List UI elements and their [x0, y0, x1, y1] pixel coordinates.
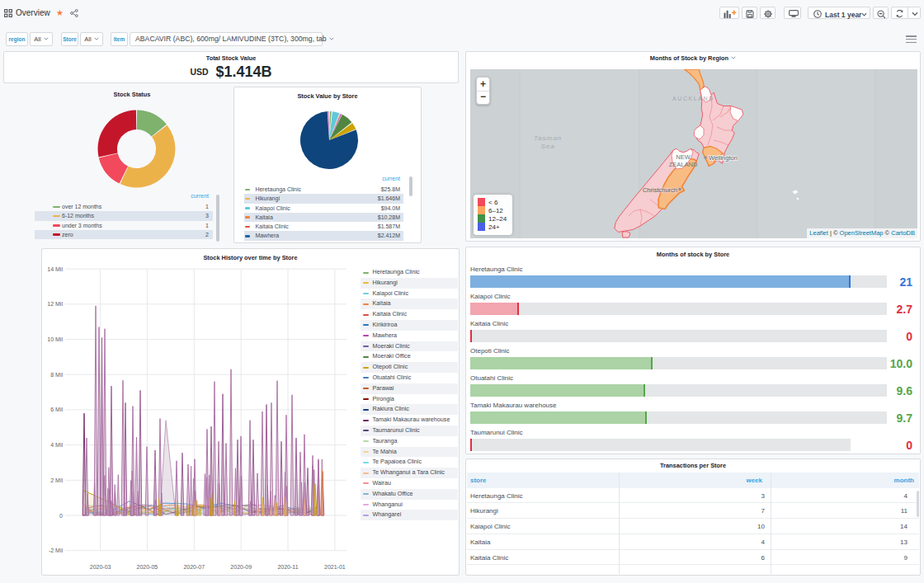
svg-text:2020-07: 2020-07: [183, 564, 205, 570]
svg-text:8 Mil: 8 Mil: [50, 372, 63, 378]
svg-text:Tasman: Tasman: [534, 134, 562, 142]
svg-text:2020-03: 2020-03: [90, 564, 111, 570]
svg-text:Sea: Sea: [540, 143, 554, 150]
svg-text:2020-09: 2020-09: [230, 564, 252, 570]
svg-text:0: 0: [59, 513, 63, 519]
svg-text:14 Mil: 14 Mil: [47, 266, 63, 272]
svg-text:2021-01: 2021-01: [324, 564, 346, 570]
svg-text:Wellington: Wellington: [709, 154, 738, 162]
svg-text:-2 Mil: -2 Mil: [49, 548, 64, 553]
svg-text:4 Mil: 4 Mil: [50, 442, 63, 448]
svg-text:2020-05: 2020-05: [137, 564, 158, 570]
svg-text:10 Mil: 10 Mil: [47, 336, 63, 342]
svg-text:2 Mil: 2 Mil: [50, 477, 63, 483]
svg-text:12 Mil: 12 Mil: [47, 301, 63, 307]
svg-text:ZEALAND: ZEALAND: [669, 161, 698, 168]
svg-text:AUCKLAND: AUCKLAND: [672, 96, 714, 101]
svg-text:NEW: NEW: [676, 153, 691, 161]
svg-text:6 Mil: 6 Mil: [50, 407, 63, 412]
svg-text:2020-11: 2020-11: [277, 564, 298, 570]
svg-text:Christchurch: Christchurch: [643, 186, 677, 194]
